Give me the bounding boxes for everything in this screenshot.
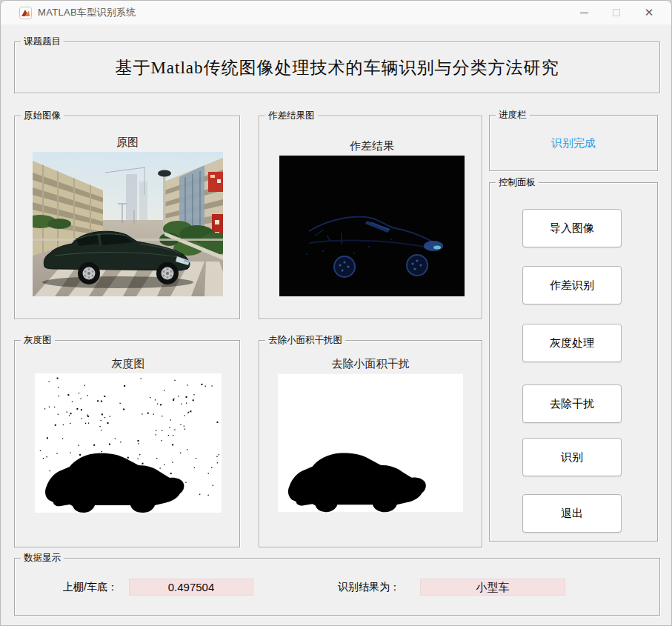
gray-axes-title: 灰度图 (112, 357, 145, 371)
matlab-icon (19, 7, 32, 19)
gray-panel-label: 灰度图 (21, 335, 55, 346)
progress-panel: 进度栏 识别完成 (489, 115, 658, 171)
window-title: MATLAB车型识别系统 (38, 6, 136, 19)
clean-panel-label: 去除小面积干扰图 (265, 335, 345, 346)
car-front-wheel (156, 262, 179, 284)
topic-panel-label: 课题题目 (21, 36, 64, 47)
original-photo (33, 152, 223, 296)
load-image-button[interactable]: 导入图像 (522, 209, 622, 247)
original-image-panel: 原始图像 原图 (14, 116, 240, 319)
result-label: 识别结果为： (338, 581, 400, 594)
result-value-field: 小型车 (420, 579, 565, 596)
close-icon[interactable]: ✕ (633, 1, 665, 24)
clean-axes-title: 去除小面积干扰 (332, 357, 410, 371)
diff-detect-button[interactable]: 作差识别 (522, 266, 622, 304)
ratio-label: 上棚/车底： (63, 581, 118, 594)
clean-image (278, 373, 463, 513)
control-panel: 控制面板 导入图像 作差识别 灰度处理 去除干扰 识别 退出 (489, 182, 658, 542)
clean-image-panel: 去除小面积干扰图 去除小面积干扰 (259, 340, 482, 547)
gray-image (35, 373, 222, 513)
diff-image (279, 156, 465, 296)
progress-panel-label: 进度栏 (496, 110, 530, 121)
original-panel-label: 原始图像 (21, 110, 64, 121)
minimize-icon[interactable] (568, 1, 600, 24)
maximize-icon[interactable] (600, 1, 633, 24)
diff-axes-title: 作差结果 (350, 139, 394, 153)
grayscale-button[interactable]: 灰度处理 (522, 324, 622, 362)
denoise-button[interactable]: 去除干扰 (522, 384, 622, 423)
data-display-panel: 数据显示 上棚/车底： 0.497504 识别结果为： 小型车 (14, 558, 660, 616)
app-window: MATLAB车型识别系统 ✕ 课题题目 基于Matlab传统图像处理技术的车辆识… (0, 0, 672, 626)
ratio-value-field: 0.497504 (129, 579, 253, 596)
diff-panel-label: 作差结果图 (265, 110, 318, 121)
control-panel-label: 控制面板 (496, 177, 539, 188)
status-text: 识别完成 (490, 136, 657, 150)
data-panel-label: 数据显示 (21, 553, 64, 564)
titlebar: MATLAB车型识别系统 ✕ (1, 1, 671, 24)
topic-panel: 课题题目 基于Matlab传统图像处理技术的车辆识别与分类方法研究 (14, 41, 660, 93)
diff-image-panel: 作差结果图 作差结果 (259, 116, 482, 319)
recognize-button[interactable]: 识别 (522, 438, 622, 476)
gray-image-panel: 灰度图 灰度图 (14, 340, 240, 547)
exit-button[interactable]: 退出 (522, 494, 622, 533)
car-rear-wheel (78, 262, 100, 284)
project-title: 基于Matlab传统图像处理技术的车辆识别与分类方法研究 (15, 56, 659, 79)
original-axes-title: 原图 (116, 136, 139, 150)
